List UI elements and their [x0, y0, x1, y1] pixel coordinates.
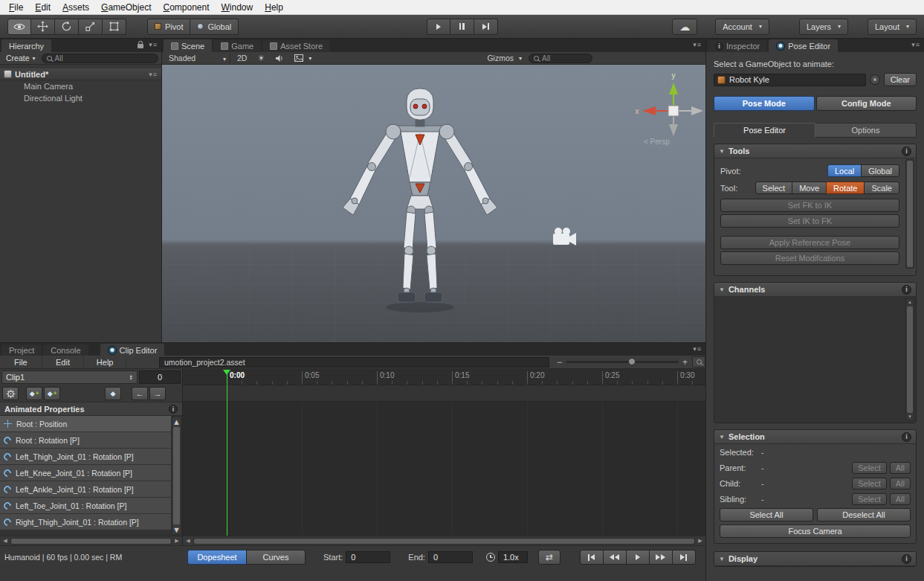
- tool-move-button[interactable]: Move: [792, 182, 827, 194]
- scroll-left-arrow[interactable]: [184, 538, 193, 544]
- zoom-slider[interactable]: [566, 361, 679, 363]
- hierarchy-search-input[interactable]: All: [42, 54, 158, 63]
- timeline-hscrollbar[interactable]: [183, 536, 705, 545]
- start-frame-input[interactable]: 0: [346, 551, 390, 563]
- info-icon[interactable]: [902, 147, 911, 156]
- subtab-pose-editor[interactable]: Pose Editor: [714, 123, 815, 138]
- child-select-button[interactable]: Select: [852, 478, 887, 489]
- property-row[interactable]: Root : Rotation [P]: [0, 432, 171, 448]
- clip-menu-edit[interactable]: Edit: [42, 356, 85, 369]
- info-icon[interactable]: [902, 554, 911, 564]
- sibling-all-button[interactable]: All: [890, 493, 911, 505]
- tools-scrollbar[interactable]: [905, 159, 914, 269]
- property-row[interactable]: Left_Knee_Joint_01 : Rotation [P]: [0, 465, 171, 481]
- config-mode-button[interactable]: Config Mode: [816, 96, 917, 111]
- property-row[interactable]: Left_Toe_Joint_01 : Rotation [P]: [0, 498, 171, 513]
- scroll-left-arrow[interactable]: [1, 538, 10, 544]
- selection-header[interactable]: Selection: [714, 430, 916, 444]
- shading-mode-dropdown[interactable]: Shaded: [165, 53, 230, 64]
- scroll-up-arrow[interactable]: [172, 417, 181, 426]
- parent-all-button[interactable]: All: [890, 462, 911, 474]
- tab-hierarchy[interactable]: Hierarchy: [1, 39, 51, 52]
- panel-menu-icon[interactable]: [149, 41, 158, 48]
- zoom-in-button[interactable]: +: [682, 358, 688, 367]
- select-all-button[interactable]: Select All: [720, 508, 813, 521]
- curves-tab[interactable]: Curves: [246, 550, 306, 565]
- scroll-up-arrow[interactable]: [906, 299, 914, 306]
- hierarchy-item-directional-light[interactable]: Directional Light: [0, 92, 161, 104]
- keyframe-rows-area[interactable]: [183, 402, 705, 536]
- effects-dropdown[interactable]: [291, 53, 315, 64]
- tab-game[interactable]: Game: [213, 40, 261, 52]
- info-icon[interactable]: [902, 432, 911, 442]
- clip-menu-file[interactable]: File: [0, 356, 42, 369]
- pivot-global-button[interactable]: Global: [861, 164, 899, 177]
- tab-inspector[interactable]: Inspector: [708, 40, 767, 52]
- tab-scene[interactable]: Scene: [164, 39, 212, 52]
- menu-help[interactable]: Help: [259, 0, 289, 15]
- channels-header[interactable]: Channels: [714, 283, 916, 297]
- panel-menu-icon[interactable]: [911, 41, 920, 48]
- scene-header-row[interactable]: Untitled*: [0, 68, 161, 80]
- move-tool-button[interactable]: [31, 19, 55, 35]
- panel-menu-icon[interactable]: [693, 345, 702, 353]
- target-object-field[interactable]: Robot Kyle: [714, 74, 866, 86]
- play-button[interactable]: [427, 19, 450, 35]
- scroll-right-arrow[interactable]: [696, 538, 705, 544]
- tool-rotate-button[interactable]: Rotate: [826, 182, 865, 194]
- scene-orientation-gizmo[interactable]: y x: [632, 68, 705, 142]
- clear-button[interactable]: Clear: [884, 73, 917, 86]
- hierarchy-item-main-camera[interactable]: Main Camera: [0, 80, 161, 92]
- step-button[interactable]: [474, 19, 498, 35]
- 2d-toggle[interactable]: 2D: [233, 53, 251, 64]
- pivot-toggle[interactable]: Pivot: [147, 19, 190, 35]
- audio-toggle[interactable]: [271, 53, 288, 64]
- tools-header[interactable]: Tools: [714, 144, 916, 158]
- display-header[interactable]: Display: [714, 552, 916, 566]
- end-frame-input[interactable]: 0: [428, 551, 473, 563]
- create-button[interactable]: Create: [3, 54, 39, 62]
- zoom-slider-thumb[interactable]: [628, 358, 636, 365]
- info-icon[interactable]: [169, 405, 178, 414]
- account-dropdown[interactable]: Account: [715, 19, 769, 35]
- zoom-out-button[interactable]: −: [557, 358, 562, 367]
- previous-key-button[interactable]: ←: [132, 387, 148, 400]
- scroll-right-arrow[interactable]: [172, 538, 181, 544]
- layout-dropdown[interactable]: Layout: [868, 19, 917, 35]
- menu-gameobject[interactable]: GameObject: [95, 0, 157, 15]
- properties-scrollbar[interactable]: [172, 417, 181, 535]
- set-ik-to-fk-button[interactable]: Set IK to FK: [720, 214, 899, 228]
- camera-gizmo-icon[interactable]: [550, 227, 577, 248]
- properties-hscrollbar[interactable]: [0, 536, 182, 545]
- scale-tool-button[interactable]: [79, 19, 103, 35]
- loop-toggle-button[interactable]: [538, 550, 560, 565]
- tool-scale-button[interactable]: Scale: [864, 182, 899, 194]
- scroll-down-arrow[interactable]: [906, 414, 914, 420]
- scene-viewport[interactable]: y x < Persp: [162, 65, 705, 342]
- scene-menu-icon[interactable]: [149, 71, 158, 78]
- menu-edit[interactable]: Edit: [29, 0, 56, 15]
- scene-search-input[interactable]: All: [529, 54, 592, 63]
- subtab-options[interactable]: Options: [815, 123, 917, 138]
- robot-character[interactable]: [338, 87, 502, 333]
- menu-file[interactable]: File: [3, 0, 29, 15]
- pause-button[interactable]: [450, 19, 474, 35]
- info-icon[interactable]: [902, 285, 911, 295]
- layers-dropdown[interactable]: Layers: [799, 19, 848, 35]
- frame-number-field[interactable]: 0: [139, 370, 181, 384]
- focus-camera-button[interactable]: Focus Camera: [720, 524, 911, 538]
- tab-clip-editor[interactable]: Clip Editor: [100, 344, 165, 356]
- project-asset-field[interactable]: umotion_project2.asset: [159, 357, 549, 367]
- apply-reference-pose-button[interactable]: Apply Reference Pose: [720, 236, 899, 249]
- add-key-button[interactable]: [26, 387, 42, 400]
- deselect-all-button[interactable]: Deselect All: [817, 508, 911, 521]
- panel-menu-icon[interactable]: [693, 41, 702, 48]
- fast-forward-button[interactable]: [649, 550, 673, 565]
- view-tool-button[interactable]: [7, 19, 31, 35]
- clip-dropdown[interactable]: Clip1: [1, 370, 138, 384]
- timeline-search-button[interactable]: [692, 356, 705, 367]
- global-toggle[interactable]: Global: [190, 19, 239, 35]
- dopesheet-tab[interactable]: Dopesheet: [187, 550, 247, 565]
- rect-tool-button[interactable]: [103, 19, 126, 35]
- cloud-button[interactable]: ☁: [672, 19, 697, 35]
